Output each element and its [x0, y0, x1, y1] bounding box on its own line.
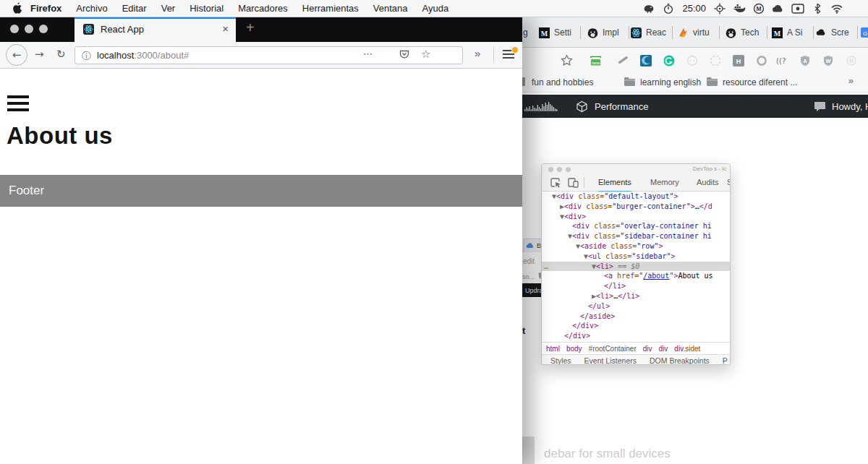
menubar-menu-ver[interactable]: Ver: [154, 3, 183, 14]
dom-tree-row[interactable]: </aside>: [542, 312, 730, 322]
chrome-tab-scre[interactable]: Scre: [816, 17, 859, 48]
colorzilla-icon[interactable]: [639, 54, 652, 66]
minimize-window-button[interactable]: [25, 25, 33, 33]
reload-button[interactable]: ↻: [56, 48, 66, 61]
bluetooth-icon[interactable]: [811, 2, 824, 15]
menubar-menu-ayuda[interactable]: Ayuda: [415, 3, 456, 14]
wifi-icon[interactable]: [830, 2, 843, 15]
dom-tree-row[interactable]: ▼<div class="default-layout">: [542, 192, 730, 202]
breadcrumb-rootContainer[interactable]: #rootContainer: [589, 345, 637, 353]
firefox-active-tab[interactable]: React App ×: [75, 17, 236, 42]
ghost-icon[interactable]: [686, 54, 698, 66]
record-icon[interactable]: [791, 2, 804, 15]
h-square-icon[interactable]: H: [732, 54, 744, 66]
page-actions-icon[interactable]: ⋯: [363, 48, 373, 59]
devtools-tab-s[interactable]: S: [727, 174, 731, 191]
gray-circle-icon[interactable]: [755, 54, 767, 66]
dom-tree-row[interactable]: ▼<div>: [542, 212, 730, 222]
dom-tree-row[interactable]: ▼<ul class="sidebar">: [542, 252, 730, 262]
dashed-icon[interactable]: [709, 54, 721, 66]
menubar-menu-ventana[interactable]: Ventana: [366, 3, 415, 14]
chrome-tab-setti[interactable]: MSetti: [539, 17, 582, 48]
pencil-icon[interactable]: [616, 54, 629, 66]
breadcrumb-body[interactable]: body: [566, 345, 582, 353]
apple-icon[interactable]: [10, 2, 23, 15]
menubar-menu-historial[interactable]: Historial: [182, 3, 231, 14]
location-icon[interactable]: [713, 2, 726, 15]
devtools-close-button[interactable]: [548, 167, 553, 172]
shield-a-icon[interactable]: A: [799, 54, 811, 66]
overflow-chevron-icon[interactable]: »: [475, 47, 480, 59]
url-bar[interactable]: ⓘ localhost:3000/about# ⋯ ☆: [75, 46, 463, 64]
page-hamburger-icon[interactable]: [7, 95, 29, 115]
devtools-tab-audits[interactable]: Audits: [697, 174, 719, 191]
admin-performance-item[interactable]: Performance: [595, 101, 648, 112]
sidebar-tab-styles[interactable]: Styles: [550, 356, 571, 365]
breadcrumb-html[interactable]: html: [546, 345, 560, 353]
timer-icon[interactable]: [662, 2, 675, 15]
grammarly-icon[interactable]: [663, 54, 675, 66]
chrome-tab-reac[interactable]: Reac: [631, 17, 674, 48]
dom-tree-row[interactable]: ▶<div class="burger-container">…</d: [542, 202, 730, 212]
forward-button[interactable]: →: [35, 48, 44, 61]
breadcrumb-div[interactable]: div: [643, 345, 652, 353]
bookmark-learning-english[interactable]: learning english: [624, 72, 701, 93]
chrome-tab-impl[interactable]: Impl: [587, 17, 631, 48]
breadcrumb-div[interactable]: div: [659, 345, 668, 353]
menubar-menu-herramientas[interactable]: Herramientas: [295, 3, 366, 14]
back-button[interactable]: ←: [6, 44, 27, 66]
signal-icon[interactable]: ((?: [775, 54, 788, 66]
devtools-minimize-button[interactable]: [557, 167, 562, 172]
macports-icon[interactable]: M: [752, 2, 765, 15]
devtools-zoom-button[interactable]: [566, 167, 571, 172]
dom-tree-row[interactable]: ▼<div class="sidebar-container hi: [542, 231, 730, 241]
new-badge-icon[interactable]: new: [590, 54, 602, 66]
tab-close-icon[interactable]: ×: [222, 22, 229, 35]
breadcrumb-divsidet[interactable]: div.sidet: [674, 345, 700, 353]
site-info-icon[interactable]: ⓘ: [82, 50, 91, 63]
dom-tree-row[interactable]: </div>: [542, 331, 730, 341]
devtools-tab-elements[interactable]: Elements: [598, 174, 631, 192]
dom-tree-row[interactable]: <div class="overlay-container hi: [542, 221, 730, 231]
devtools-tab-memory[interactable]: Memory: [650, 174, 679, 191]
bookmark-fun-and-hobbies[interactable]: fun and hobbies: [522, 72, 593, 93]
inspect-element-icon[interactable]: [550, 177, 561, 188]
postgres-icon[interactable]: [642, 2, 655, 15]
menubar-menu-firefox[interactable]: Firefox: [23, 3, 69, 14]
dom-tree-row[interactable]: <a href="/about">About us: [542, 271, 730, 281]
pocket-icon[interactable]: [399, 49, 409, 61]
comment-icon[interactable]: [814, 101, 826, 114]
target-faint-icon[interactable]: [845, 54, 857, 66]
admin-howdy-item[interactable]: Howdy, H: [832, 101, 868, 112]
star-outline-icon[interactable]: [561, 54, 573, 66]
chrome-tab-a-si[interactable]: MA Si: [772, 17, 815, 48]
shield-w-icon[interactable]: W: [822, 54, 834, 66]
chrome-tab-edge[interactable]: G: [861, 17, 868, 48]
dom-tree-row[interactable]: …▼<li> == $0: [542, 262, 730, 272]
bookmark-star-icon[interactable]: ☆: [421, 48, 430, 61]
new-tab-button[interactable]: +: [246, 20, 255, 36]
bookmarks-overflow-chevron[interactable]: »: [848, 75, 854, 86]
docker-icon[interactable]: [733, 2, 746, 15]
device-toolbar-icon[interactable]: [568, 177, 579, 188]
menubar-menu-marcadores[interactable]: Marcadores: [231, 3, 295, 14]
dom-tree-row[interactable]: ▼<aside class="row">: [542, 241, 730, 252]
waveform-icon[interactable]: [524, 101, 558, 114]
chrome-tab-virtu[interactable]: virtu: [678, 17, 721, 48]
close-window-button[interactable]: [10, 25, 19, 33]
sidebar-tab-dom-breakpoints[interactable]: DOM Breakpoints: [650, 356, 710, 365]
cloud-icon[interactable]: [772, 2, 785, 15]
chrome-tab-tech[interactable]: Tech: [726, 17, 769, 48]
sidebar-tab-event-listeners[interactable]: Event Listeners: [584, 356, 637, 365]
chrome-tab-edge-fragment[interactable]: g: [523, 17, 533, 48]
menubar-menu-archivo[interactable]: Archivo: [69, 3, 114, 14]
maximize-window-button[interactable]: [39, 25, 48, 33]
dom-tree-row[interactable]: </ul>: [542, 301, 730, 312]
dom-tree-row[interactable]: </div>: [542, 321, 730, 331]
menubar-menu-editar[interactable]: Editar: [115, 3, 154, 14]
dom-tree-row[interactable]: ▶<li>…</li>: [542, 291, 730, 301]
href-link[interactable]: /about: [643, 272, 669, 280]
cube-icon[interactable]: [576, 100, 588, 115]
dom-tree-row[interactable]: </li>: [542, 281, 730, 291]
sidebar-tab-p[interactable]: P: [723, 356, 728, 365]
